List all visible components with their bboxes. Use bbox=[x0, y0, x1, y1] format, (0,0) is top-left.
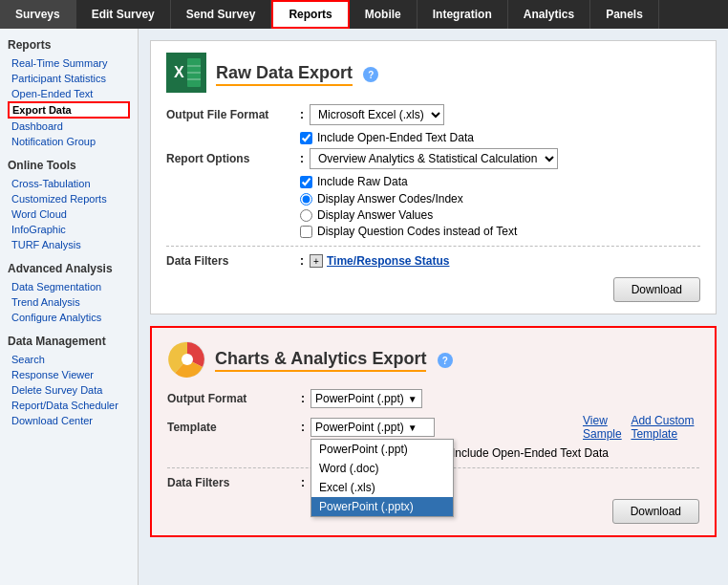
include-raw-data-row: Include Raw Data bbox=[300, 175, 700, 188]
svg-point-7 bbox=[182, 354, 193, 365]
sidebar-item-scheduler[interactable]: Report/Data Scheduler bbox=[8, 398, 130, 413]
charts-open-ended-label: Include Open-Ended Text Data bbox=[452, 446, 609, 460]
sidebar-section-title-reports: Reports bbox=[8, 38, 130, 52]
sidebar-item-dashboard[interactable]: Dashboard bbox=[8, 119, 130, 134]
template-option-xls[interactable]: Excel (.xls) bbox=[311, 478, 453, 497]
charts-output-format-container: PowerPoint (.ppt) ▼ bbox=[310, 389, 422, 408]
template-option-doc[interactable]: Word (.doc) bbox=[311, 459, 453, 478]
sidebar: Reports Real-Time Summary Participant St… bbox=[0, 29, 139, 585]
sidebar-item-realtime[interactable]: Real-Time Summary bbox=[8, 55, 130, 71]
display-q-codes-row: Display Question Codes instead of Text bbox=[300, 225, 700, 238]
raw-data-header: X Raw Data Export ? bbox=[166, 53, 700, 93]
radio-codes-row: Display Answer Codes/Index bbox=[300, 192, 700, 206]
sidebar-item-notification[interactable]: Notification Group bbox=[8, 134, 130, 149]
sidebar-item-word-cloud[interactable]: Word Cloud bbox=[8, 206, 130, 222]
radio-answer-codes[interactable] bbox=[300, 193, 312, 206]
template-row: Template : PowerPoint (.ppt) ▼ PowerPoin… bbox=[167, 414, 699, 441]
include-open-ended-checkbox[interactable] bbox=[300, 132, 312, 144]
raw-data-export-panel: X Raw Data Export ? Output File Format : bbox=[150, 40, 717, 314]
colon3: : bbox=[300, 254, 304, 268]
include-raw-data-label: Include Raw Data bbox=[317, 175, 408, 188]
report-options-row: Report Options : Overview Analytics & St… bbox=[166, 148, 700, 169]
sidebar-item-response-viewer[interactable]: Response Viewer bbox=[8, 367, 130, 382]
main-content: X Raw Data Export ? Output File Format : bbox=[139, 29, 728, 585]
template-label: Template bbox=[167, 421, 301, 434]
template-dropdown-container: PowerPoint (.ppt) ▼ PowerPoint (.ppt) Wo… bbox=[310, 418, 435, 437]
template-arrow: ▼ bbox=[408, 422, 418, 433]
output-format-label: Output File Format bbox=[166, 108, 300, 121]
charts-open-ended-row: Include Open-Ended Text Data bbox=[435, 446, 699, 460]
sidebar-section-advanced: Advanced Analysis Data Segmentation Tren… bbox=[8, 262, 130, 325]
sidebar-section-title-online: Online Tools bbox=[8, 159, 130, 172]
charts-download-button[interactable]: Download bbox=[612, 499, 699, 524]
charts-output-format-label: Output Format bbox=[167, 392, 301, 405]
colon5: : bbox=[301, 421, 305, 434]
template-select-trigger[interactable]: PowerPoint (.ppt) ▼ bbox=[310, 418, 435, 437]
sidebar-item-custom-reports[interactable]: Customized Reports bbox=[8, 191, 130, 206]
report-options-select[interactable]: Overview Analytics & Statistical Calcula… bbox=[310, 148, 558, 169]
include-raw-data-checkbox[interactable] bbox=[300, 176, 312, 188]
sidebar-section-title-advanced: Advanced Analysis bbox=[8, 262, 130, 275]
charts-filters-label: Data Filters bbox=[167, 476, 301, 489]
radio-values-label: Display Answer Values bbox=[317, 208, 433, 222]
raw-data-title: Raw Data Export bbox=[216, 63, 353, 86]
top-nav: Surveys Edit Survey Send Survey Reports … bbox=[0, 0, 728, 29]
filter-link-raw[interactable]: Time/Response Status bbox=[327, 254, 449, 268]
charts-output-format-select[interactable]: PowerPoint (.ppt) ▼ bbox=[310, 389, 422, 408]
svg-text:X: X bbox=[174, 64, 184, 80]
sidebar-item-participant[interactable]: Participant Statistics bbox=[8, 71, 130, 86]
nav-item-reports[interactable]: Reports bbox=[271, 0, 349, 29]
dropdown-arrow-charts: ▼ bbox=[408, 394, 418, 404]
display-q-codes-label: Display Question Codes instead of Text bbox=[317, 225, 517, 238]
template-value: PowerPoint (.ppt) bbox=[315, 421, 404, 434]
expand-btn-raw[interactable]: + bbox=[310, 254, 323, 268]
sidebar-item-turf[interactable]: TURF Analysis bbox=[8, 237, 130, 252]
sidebar-item-infographic[interactable]: InfoGraphic bbox=[8, 222, 130, 237]
raw-data-filters-row: Data Filters : + Time/Response Status bbox=[166, 254, 700, 268]
raw-data-title-group: Raw Data Export ? bbox=[216, 63, 378, 83]
sidebar-section-online-tools: Online Tools Cross-Tabulation Customized… bbox=[8, 159, 130, 252]
raw-data-filters-label: Data Filters bbox=[166, 254, 300, 268]
nav-item-send-survey[interactable]: Send Survey bbox=[171, 0, 272, 29]
sidebar-item-trend[interactable]: Trend Analysis bbox=[8, 294, 130, 310]
colon6: : bbox=[301, 476, 305, 489]
excel-icon: X bbox=[166, 53, 206, 93]
radio-answer-values[interactable] bbox=[300, 209, 312, 222]
colon2: : bbox=[300, 152, 304, 165]
display-q-codes-checkbox[interactable] bbox=[300, 226, 312, 238]
raw-data-help-icon[interactable]: ? bbox=[363, 67, 378, 82]
add-template-link[interactable]: Add Custom Template bbox=[631, 414, 699, 441]
colon4: : bbox=[301, 392, 305, 405]
sidebar-item-search[interactable]: Search bbox=[8, 352, 130, 367]
sidebar-section-reports: Reports Real-Time Summary Participant St… bbox=[8, 38, 130, 149]
sidebar-item-open-ended[interactable]: Open-Ended Text bbox=[8, 86, 130, 101]
raw-download-row: Download bbox=[166, 277, 700, 302]
radio-values-row: Display Answer Values bbox=[300, 208, 700, 222]
charts-help-icon[interactable]: ? bbox=[438, 353, 453, 368]
sidebar-item-download-center[interactable]: Download Center bbox=[8, 413, 130, 428]
sidebar-item-delete[interactable]: Delete Survey Data bbox=[8, 382, 130, 398]
charts-title-group: Charts & Analytics Export ? bbox=[215, 349, 453, 369]
sidebar-section-title-data: Data Management bbox=[8, 335, 130, 348]
template-dropdown-menu: PowerPoint (.ppt) Word (.doc) Excel (.xl… bbox=[310, 439, 454, 517]
sidebar-item-export-data[interactable]: Export Data bbox=[8, 101, 130, 119]
sidebar-item-data-seg[interactable]: Data Segmentation bbox=[8, 279, 130, 294]
output-format-select[interactable]: Microsoft Excel (.xls) CSV SPSS PDF bbox=[310, 104, 444, 125]
include-open-ended-label: Include Open-Ended Text Data bbox=[317, 131, 474, 144]
nav-item-surveys[interactable]: Surveys bbox=[0, 0, 76, 29]
charts-title: Charts & Analytics Export bbox=[215, 349, 426, 372]
nav-item-analytics[interactable]: Analytics bbox=[508, 0, 590, 29]
sidebar-item-configure[interactable]: Configure Analytics bbox=[8, 310, 130, 325]
view-sample-link[interactable]: View Sample bbox=[583, 414, 623, 441]
nav-item-integration[interactable]: Integration bbox=[418, 0, 508, 29]
raw-download-button[interactable]: Download bbox=[613, 277, 700, 302]
sidebar-item-cross-tab[interactable]: Cross-Tabulation bbox=[8, 176, 130, 191]
nav-item-mobile[interactable]: Mobile bbox=[350, 0, 418, 29]
radio-codes-label: Display Answer Codes/Index bbox=[317, 192, 463, 206]
nav-item-edit-survey[interactable]: Edit Survey bbox=[76, 0, 171, 29]
template-option-pptx[interactable]: PowerPoint (.pptx) bbox=[311, 497, 453, 516]
charts-icon bbox=[167, 339, 205, 378]
template-option-ppt[interactable]: PowerPoint (.ppt) bbox=[311, 440, 453, 459]
nav-item-panels[interactable]: Panels bbox=[590, 0, 659, 29]
report-options-label: Report Options bbox=[166, 152, 300, 165]
